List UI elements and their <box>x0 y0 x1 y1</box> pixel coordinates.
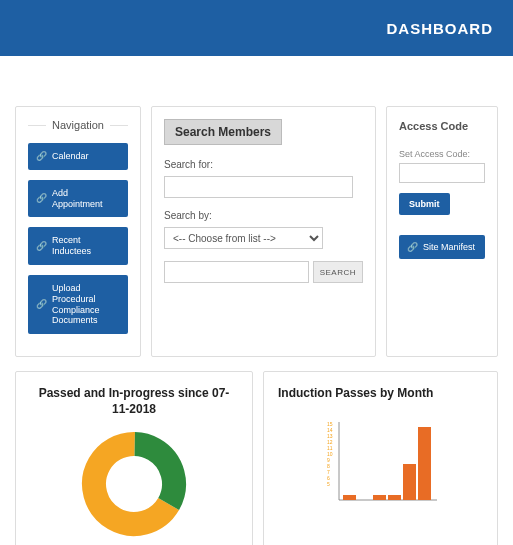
nav-item-label: Calendar <box>52 151 89 162</box>
bar <box>388 495 401 500</box>
bar-svg: 15 14 13 12 11 10 9 8 7 6 5 <box>321 414 441 514</box>
nav-upload-documents-button[interactable]: 🔗 Upload Procedural Compliance Documents <box>28 275 128 334</box>
search-panel: Search Members Search for: Search by: <-… <box>151 106 376 357</box>
bar-chart: 15 14 13 12 11 10 9 8 7 6 5 <box>278 414 483 514</box>
manifest-label: Site Manifest <box>423 242 475 252</box>
search-by-label: Search by: <box>164 210 363 221</box>
link-icon: 🔗 <box>36 241 47 252</box>
access-code-title: Access Code <box>399 119 485 133</box>
link-icon: 🔗 <box>407 242 418 252</box>
search-term-input[interactable] <box>164 261 309 283</box>
nav-item-label: Recent Inductees <box>52 235 120 257</box>
bottom-row: Passed and In-progress since 07-11-2018 … <box>15 371 498 545</box>
nav-calendar-button[interactable]: 🔗 Calendar <box>28 143 128 170</box>
donut-chart <box>30 429 238 539</box>
search-for-label: Search for: <box>164 159 363 170</box>
link-icon: 🔗 <box>36 193 47 204</box>
link-icon: 🔗 <box>36 151 47 162</box>
set-access-code-label: Set Access Code: <box>399 149 485 159</box>
nav-recent-inductees-button[interactable]: 🔗 Recent Inductees <box>28 227 128 265</box>
app-header: DASHBOARD <box>0 0 513 56</box>
nav-item-label: Add Appointment <box>52 188 120 210</box>
nav-title-wrap: Navigation <box>28 119 128 131</box>
nav-title: Navigation <box>52 119 104 131</box>
search-action-row: SEARCH <box>164 261 363 283</box>
search-by-row: Search by: <-- Choose from list --> <box>164 210 363 249</box>
bar-group <box>343 427 431 500</box>
nav-add-appointment-button[interactable]: 🔗 Add Appointment <box>28 180 128 218</box>
page-title: DASHBOARD <box>387 20 494 37</box>
bar-chart-title: Induction Passes by Month <box>278 386 483 400</box>
bar <box>373 495 386 500</box>
search-heading: Search Members <box>164 119 282 145</box>
y-axis-ticks: 15 14 13 12 11 10 9 8 7 6 5 <box>327 421 333 487</box>
donut-svg <box>79 429 189 539</box>
top-row: Navigation 🔗 Calendar 🔗 Add Appointment … <box>15 106 498 357</box>
search-for-input[interactable] <box>164 176 353 198</box>
site-manifest-button[interactable]: 🔗 Site Manifest <box>399 235 485 259</box>
navigation-panel: Navigation 🔗 Calendar 🔗 Add Appointment … <box>15 106 141 357</box>
bar-chart-panel: Induction Passes by Month 15 14 13 12 11… <box>263 371 498 545</box>
divider <box>110 125 128 126</box>
bar <box>403 464 416 500</box>
donut-chart-title: Passed and In-progress since 07-11-2018 <box>30 386 238 417</box>
donut-chart-panel: Passed and In-progress since 07-11-2018 … <box>15 371 253 545</box>
search-button[interactable]: SEARCH <box>313 261 363 283</box>
submit-button[interactable]: Submit <box>399 193 450 215</box>
link-icon: 🔗 <box>36 299 47 310</box>
access-code-input[interactable] <box>399 163 485 183</box>
access-code-panel: Access Code Set Access Code: Submit 🔗 Si… <box>386 106 498 357</box>
main-content: Navigation 🔗 Calendar 🔗 Add Appointment … <box>0 56 513 545</box>
bar <box>343 495 356 500</box>
divider <box>28 125 46 126</box>
search-by-select[interactable]: <-- Choose from list --> <box>164 227 323 249</box>
bar <box>418 427 431 500</box>
nav-item-label: Upload Procedural Compliance Documents <box>52 283 120 326</box>
search-for-row: Search for: <box>164 159 363 198</box>
svg-text:5: 5 <box>327 481 330 487</box>
